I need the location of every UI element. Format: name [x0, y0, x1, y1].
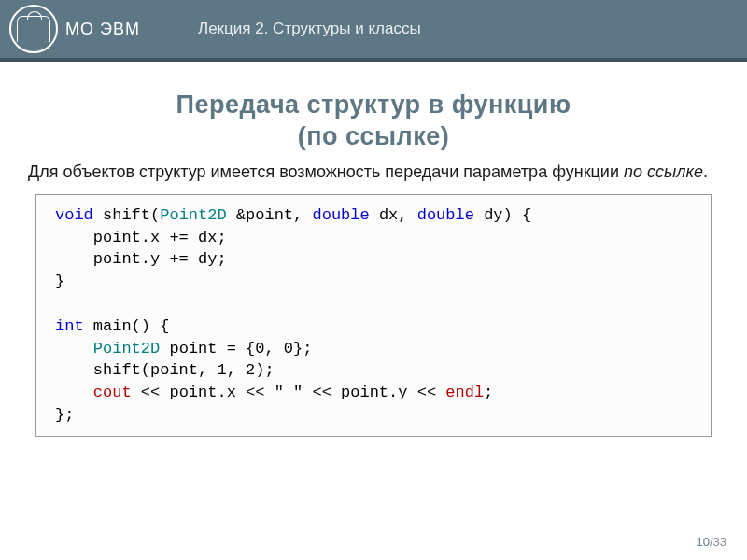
page-total: 33 [713, 535, 726, 549]
desc-italic: по ссылке [624, 162, 703, 181]
kw-endl: endl [445, 384, 484, 401]
page-current: 10 [696, 535, 709, 549]
code-block: void shift(Point2D &point, double dx, do… [35, 194, 712, 437]
desc-text-1: Для объектов структур имеется возможност… [28, 162, 624, 181]
kw-void: void [55, 206, 93, 224]
desc-text-2: . [703, 162, 708, 181]
slide-content: Передача структур в функцию (по ссылке) … [0, 62, 747, 437]
description-paragraph: Для объектов структур имеется возможност… [28, 161, 719, 183]
kw-double: double [312, 206, 369, 224]
kw-int: int [55, 317, 84, 335]
type-point2d: Point2D [160, 206, 226, 224]
title-line-1: Передача структур в функцию [176, 91, 571, 119]
kw-double: double [417, 206, 474, 224]
section-title: Передача структур в функцию (по ссылке) [28, 90, 719, 153]
kw-cout: cout [93, 384, 132, 401]
title-line-2: (по ссылке) [298, 122, 450, 150]
org-emblem-icon [9, 5, 58, 53]
type-point2d: Point2D [93, 340, 160, 357]
org-name: МО ЭВМ [65, 20, 140, 39]
slide-header: МО ЭВМ Лекция 2. Структуры и классы [0, 0, 747, 62]
page-number: 10/33 [696, 535, 726, 549]
logo-block: МО ЭВМ [9, 5, 177, 53]
lecture-title: Лекция 2. Структуры и классы [198, 20, 421, 38]
